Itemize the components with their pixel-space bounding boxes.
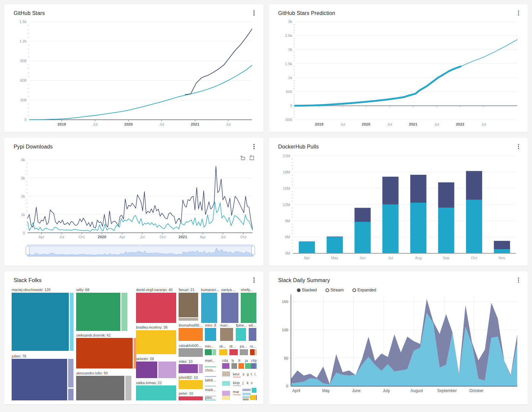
- treemap-cell[interactable]: [231, 363, 237, 368]
- treemap-cell[interactable]: [255, 349, 257, 355]
- treemap-cell[interactable]: [219, 349, 227, 355]
- treemap-cell[interactable]: [205, 386, 216, 386]
- treemap-cell[interactable]: [136, 293, 176, 323]
- treemap-cell[interactable]: [76, 338, 133, 368]
- pypi-datazoom-slider[interactable]: [11, 243, 257, 258]
- treemap-cell[interactable]: [12, 359, 67, 400]
- treemap-cell[interactable]: [136, 361, 157, 378]
- treemap-cell[interactable]: [222, 363, 229, 368]
- treemap-cell[interactable]: [76, 376, 124, 400]
- treemap-cell[interactable]: [222, 391, 230, 396]
- treemap-cell[interactable]: [222, 381, 230, 386]
- treemap-cell[interactable]: [205, 400, 216, 400]
- treemap-cell[interactable]: [256, 395, 256, 400]
- treemap-cell[interactable]: [179, 318, 198, 320]
- bar-segment[interactable]: [354, 222, 371, 254]
- treemap-cell[interactable]: [222, 396, 230, 400]
- treemap-cell[interactable]: [68, 389, 73, 400]
- treemap-cell[interactable]: [179, 380, 202, 389]
- bar-segment[interactable]: [382, 205, 398, 254]
- kebab-menu-icon[interactable]: [516, 143, 521, 151]
- treemap-cell[interactable]: [233, 394, 241, 395]
- kebab-menu-icon[interactable]: [251, 9, 257, 17]
- bar-segment[interactable]: [494, 241, 510, 249]
- kebab-menu-icon[interactable]: [516, 9, 521, 17]
- treemap-cell[interactable]: [158, 361, 176, 378]
- treemap-cell[interactable]: [250, 395, 255, 400]
- svg-text:Nov: Nov: [498, 256, 505, 260]
- treemap-cell[interactable]: [205, 376, 216, 377]
- legend-item-expanded[interactable]: Expanded: [352, 288, 376, 292]
- treemap-cell[interactable]: [205, 349, 212, 355]
- bar-segment[interactable]: [299, 242, 315, 253]
- treemap-cell[interactable]: [249, 328, 257, 341]
- treemap-cell[interactable]: [201, 293, 217, 323]
- treemap-label: ja: [245, 359, 248, 362]
- kebab-menu-icon[interactable]: [251, 276, 257, 284]
- treemap-cell[interactable]: [229, 349, 237, 355]
- bar-segment[interactable]: [438, 208, 454, 253]
- data-zoom-icon[interactable]: [240, 155, 246, 161]
- treemap-cell[interactable]: [205, 366, 216, 367]
- bar-segment[interactable]: [327, 237, 343, 237]
- github-stars-prediction-chart[interactable]: -50005001k1.5k2k2.5k3k2019Jul2020Jul2021…: [276, 19, 521, 128]
- treemap-cell[interactable]: [245, 363, 251, 368]
- treemap-cell[interactable]: [205, 328, 216, 341]
- bar-segment[interactable]: [327, 237, 343, 253]
- bar-segment[interactable]: [382, 177, 398, 205]
- treemap-cell[interactable]: [221, 293, 238, 323]
- treemap-cell[interactable]: [242, 393, 250, 395]
- treemap-cell[interactable]: [233, 385, 241, 386]
- treemap-cell[interactable]: [212, 349, 216, 355]
- treemap-cell[interactable]: [233, 377, 241, 377]
- bar-segment[interactable]: [466, 171, 482, 200]
- treemap-cell[interactable]: [68, 359, 73, 387]
- treemap-cell[interactable]: [179, 364, 198, 373]
- treemap-cell[interactable]: [242, 397, 250, 397]
- pypi-downloads-chart[interactable]: 01k2k3k4kAprJulOct2020AprJulOct2021AprJu…: [11, 157, 257, 241]
- treemap-cell[interactable]: [250, 349, 255, 355]
- bar-segment[interactable]: [299, 242, 315, 242]
- treemap-cell[interactable]: [220, 328, 233, 341]
- treemap-cell[interactable]: [125, 376, 131, 400]
- kebab-menu-icon[interactable]: [251, 143, 257, 151]
- bar-segment[interactable]: [494, 249, 510, 253]
- datazoom-handle-right[interactable]: [252, 246, 255, 255]
- treemap-cell[interactable]: [136, 385, 176, 400]
- treemap-cell[interactable]: [179, 396, 202, 400]
- bar-segment[interactable]: [438, 182, 454, 208]
- kebab-menu-icon[interactable]: [516, 276, 521, 284]
- bar-segment[interactable]: [410, 203, 426, 253]
- treemap-cell[interactable]: [252, 388, 257, 393]
- treemap-cell[interactable]: [238, 363, 244, 368]
- treemap-cell[interactable]: [241, 293, 256, 323]
- treemap-cell[interactable]: [179, 328, 202, 341]
- restore-icon[interactable]: [249, 155, 255, 161]
- svg-text:6M: 6M: [285, 235, 290, 239]
- legend-item-stream[interactable]: Stream: [326, 288, 344, 292]
- treemap-cell[interactable]: [70, 293, 74, 351]
- bar-segment[interactable]: [466, 200, 482, 253]
- slack-daily-summary-chart[interactable]: 050100150AprilMayJuneJulyAugustSeptember…: [276, 293, 521, 395]
- treemap-cell[interactable]: [256, 363, 257, 368]
- treemap-cell[interactable]: [240, 349, 248, 355]
- treemap-cell[interactable]: [242, 389, 250, 391]
- treemap-cell[interactable]: [179, 348, 202, 357]
- dockerhub-pulls-chart[interactable]: 3M6M9M12M15M18M21MAprMayJunJulAugSepOctN…: [276, 153, 521, 262]
- treemap-cell[interactable]: [76, 293, 120, 331]
- treemap-label: s: [242, 372, 244, 376]
- treemap-cell[interactable]: [179, 293, 198, 318]
- treemap-cell[interactable]: [121, 293, 127, 331]
- treemap-cell[interactable]: [236, 328, 246, 341]
- bar-segment[interactable]: [354, 208, 371, 222]
- github-stars-chart[interactable]: 03006009001.2k1.5k2019Jul2020Jul2021Jul: [11, 19, 257, 128]
- bar-segment[interactable]: [410, 175, 426, 203]
- treemap-cell[interactable]: [136, 330, 176, 355]
- svg-text:June: June: [352, 388, 360, 393]
- datazoom-handle-left[interactable]: [26, 246, 29, 255]
- treemap-cell[interactable]: [12, 293, 68, 351]
- legend-item-stacked[interactable]: Stacked: [297, 288, 317, 292]
- treemap-cell[interactable]: [222, 371, 230, 376]
- treemap-cell[interactable]: [243, 398, 249, 400]
- treemap-cell[interactable]: [199, 364, 203, 373]
